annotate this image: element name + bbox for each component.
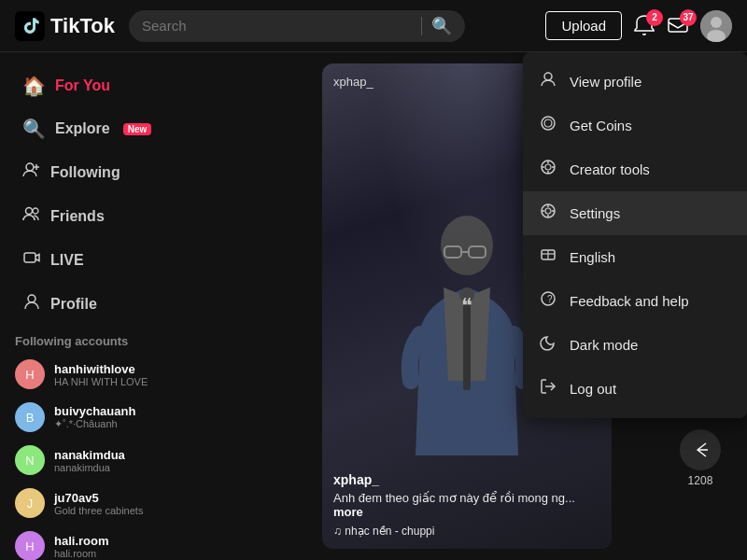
account-info: buivychauanh ✦˚.*·Châuanh (54, 404, 135, 430)
following-icon (22, 161, 41, 184)
upload-button[interactable]: Upload (545, 11, 622, 40)
menu-label: Dark mode (570, 337, 638, 353)
menu-feedback[interactable]: ? Feedback and help (523, 279, 747, 323)
search-icon[interactable]: 🔍 (431, 16, 452, 36)
settings-icon (538, 203, 558, 224)
svg-point-3 (711, 17, 722, 28)
more-button[interactable]: more (333, 505, 363, 519)
share-button[interactable]: 1208 (680, 429, 721, 487)
quote-icon: ❝ (461, 294, 472, 318)
account-sub: hali.room (54, 548, 109, 559)
svg-point-19 (544, 73, 552, 80)
menu-view-profile[interactable]: View profile (523, 60, 747, 104)
menu-get-coins[interactable]: Get Coins (523, 104, 747, 147)
svg-point-9 (28, 295, 35, 302)
avatar-icon (700, 10, 732, 42)
messages-badge: 37 (680, 9, 697, 26)
share-count: 1208 (688, 474, 713, 487)
list-item[interactable]: B buivychauanh ✦˚.*·Châuanh (0, 397, 187, 438)
user-avatar[interactable] (700, 10, 732, 42)
account-avatar: H (15, 531, 45, 560)
share-icon (680, 429, 721, 470)
header: TikTok 🔍 Upload 2 37 (0, 0, 747, 52)
logo-text: TikTok (50, 14, 115, 38)
svg-rect-0 (15, 11, 45, 41)
menu-label: Creator tools (570, 161, 650, 177)
dropdown-menu: View profile Get Coins Creator tools Set… (523, 52, 747, 418)
list-item[interactable]: N nanakimdua nanakimdua (0, 440, 187, 481)
sidebar-item-friends[interactable]: Friends (7, 195, 179, 237)
account-sub: nanakimdua (54, 462, 125, 473)
account-info: hanhiwithlove HA NHI WITH LOVE (54, 362, 148, 387)
feedback-icon: ? (538, 290, 558, 312)
search-bar[interactable]: 🔍 (129, 10, 465, 42)
svg-text:?: ? (547, 294, 553, 304)
svg-point-7 (33, 208, 38, 214)
sidebar-item-following[interactable]: Following (7, 151, 179, 193)
explore-new-badge: New (123, 123, 152, 135)
sidebar-label-friends: Friends (50, 208, 105, 225)
content-area: xphap_ ❝ xphap_ Anh đem theo giấc mơ này… (187, 52, 747, 560)
sidebar-label-live: LIVE (50, 252, 84, 269)
channel-tag: xphap_ (333, 75, 374, 89)
menu-label: English (570, 249, 615, 265)
log-out-icon (538, 378, 558, 399)
svg-point-23 (545, 164, 551, 170)
list-item[interactable]: H hanhiwithlove HA NHI WITH LOVE (0, 354, 187, 395)
account-sub: Gold three cabinets (54, 505, 143, 516)
live-icon (22, 248, 41, 272)
sidebar-label-for-you: For You (55, 77, 110, 94)
menu-log-out[interactable]: Log out (523, 367, 747, 411)
account-avatar: B (15, 402, 45, 432)
account-name: hali.room (54, 534, 109, 548)
account-avatar: J (15, 488, 45, 518)
messages-button[interactable]: 37 (667, 15, 689, 37)
sidebar-label-profile: Profile (50, 296, 97, 313)
account-info: nanakimdua nanakimdua (54, 448, 125, 473)
creator-tools-icon (538, 159, 558, 180)
header-right: Upload 2 37 (545, 10, 732, 42)
svg-point-29 (545, 208, 551, 214)
main-layout: 🏠 For You 🔍 Explore New Following Friend… (0, 52, 747, 560)
account-sub: HA NHI WITH LOVE (54, 376, 148, 387)
search-input[interactable] (142, 18, 412, 34)
video-caption: Anh đem theo giấc mơ này để rồi mong ng.… (333, 491, 600, 519)
svg-point-20 (542, 117, 555, 130)
tiktok-logo-icon (15, 11, 45, 41)
sidebar-item-profile[interactable]: Profile (7, 283, 179, 325)
menu-english[interactable]: English (523, 235, 747, 279)
sidebar-label-following: Following (50, 164, 120, 181)
sidebar-item-explore[interactable]: 🔍 Explore New (7, 108, 179, 149)
logo-area: TikTok (15, 11, 118, 41)
dark-mode-icon (538, 334, 558, 356)
svg-point-5 (26, 163, 34, 171)
notifications-button[interactable]: 2 (633, 15, 655, 37)
sidebar-item-for-you[interactable]: 🏠 For You (7, 65, 179, 106)
sidebar-label-explore: Explore (55, 120, 110, 137)
menu-label: Get Coins (570, 118, 632, 133)
account-sub: ✦˚.*·Châuanh (54, 418, 135, 430)
account-avatar: H (15, 359, 45, 389)
coins-icon (538, 115, 558, 136)
list-item[interactable]: H hali.room hali.room (0, 525, 187, 560)
view-profile-icon (538, 71, 558, 92)
menu-dark-mode[interactable]: Dark mode (523, 323, 747, 367)
account-info: ju70av5 Gold three cabinets (54, 491, 143, 516)
sidebar-item-live[interactable]: LIVE (7, 239, 179, 281)
menu-creator-tools[interactable]: Creator tools (523, 147, 747, 191)
explore-icon: 🔍 (22, 118, 46, 140)
sidebar: 🏠 For You 🔍 Explore New Following Friend… (0, 52, 187, 560)
svg-point-6 (26, 208, 33, 215)
menu-settings[interactable]: Settings (523, 191, 747, 235)
account-name: nanakimdua (54, 448, 125, 462)
profile-icon (22, 292, 41, 315)
account-avatar: N (15, 445, 45, 475)
video-username[interactable]: xphap_ (333, 472, 600, 487)
account-name: buivychauanh (54, 404, 135, 418)
search-divider (421, 17, 422, 35)
home-icon: 🏠 (22, 75, 46, 97)
account-name: ju70av5 (54, 491, 143, 505)
menu-label: Feedback and help (570, 293, 689, 309)
friends-icon (22, 204, 41, 228)
list-item[interactable]: J ju70av5 Gold three cabinets (0, 483, 187, 524)
